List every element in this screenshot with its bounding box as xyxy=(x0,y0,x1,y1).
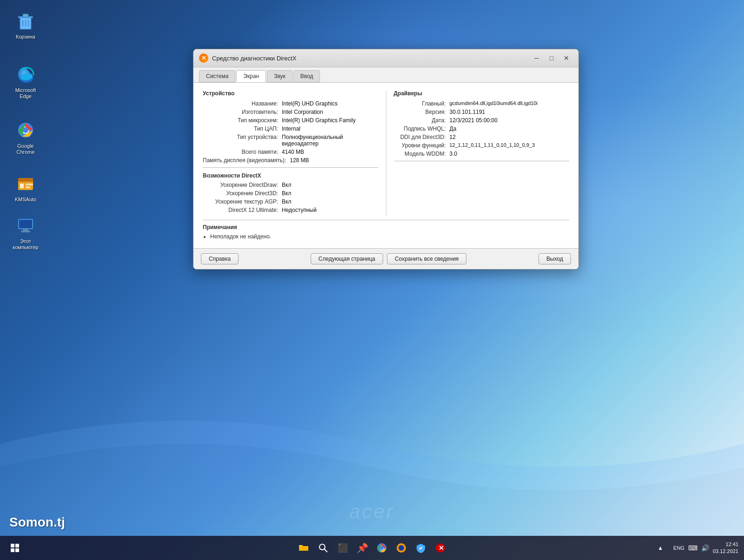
tab-input[interactable]: Ввод xyxy=(293,70,320,82)
cap-value-direct3d: Вкл xyxy=(282,190,379,197)
dialog-icon: ✕ xyxy=(199,53,208,63)
driver-field-ddi: DDI для Direct3D: 12 xyxy=(394,134,570,140)
start-button[interactable] xyxy=(6,539,24,557)
device-field-name: Название: Intel(R) UHD Graphics xyxy=(203,100,379,107)
tab-sound[interactable]: Звук xyxy=(267,70,292,82)
notes-header: Примечания xyxy=(203,224,569,231)
desktop-icon-edge[interactable]: Microsoft Edge xyxy=(7,60,44,102)
driver-label-wddm: Модель WDDM: xyxy=(394,151,450,157)
desktop-icon-recyclebin[interactable]: Корзина xyxy=(7,7,44,43)
cap-label-dx12ult: DirectX 12 Ultimate: xyxy=(203,207,282,213)
svg-point-8 xyxy=(23,127,28,133)
svg-rect-15 xyxy=(19,220,32,228)
cap-label-directdraw: Ускорение DirectDraw: xyxy=(203,182,282,188)
taskbar: ⬛ 📌 xyxy=(0,536,744,560)
taskbar-search-icon[interactable] xyxy=(315,540,332,556)
recyclebin-icon xyxy=(14,10,37,32)
taskbar-pin1[interactable]: 📌 xyxy=(354,540,371,556)
device-label-chip: Тип микросхем: xyxy=(203,117,282,124)
device-section-header: Устройство xyxy=(203,90,379,97)
svg-rect-21 xyxy=(15,548,19,552)
driver-value-date: 12/3/2021 05:00:00 xyxy=(450,117,570,124)
device-label-totalmem: Всего памяти: xyxy=(203,149,282,155)
taskbar-x-app[interactable]: ✕ xyxy=(432,540,449,556)
taskbar-right: ▲ ENG ⌨ 🔊 12:41 03.12.2021 xyxy=(651,539,738,557)
help-button[interactable]: Справка xyxy=(201,253,239,264)
driver-label-levels: Уровни функций: xyxy=(394,142,450,149)
driver-field-version: Версия: 30.0.101.1191 xyxy=(394,109,570,115)
device-label-type: Тип устройства: xyxy=(203,134,282,147)
driver-label-version: Версия: xyxy=(394,109,450,115)
cap-value-dx12ult: Недоступный xyxy=(282,207,379,213)
chrome-label: Google Chrome xyxy=(10,143,41,155)
save-button[interactable]: Сохранить все сведения xyxy=(387,253,466,264)
dialog-content: Устройство Название: Intel(R) UHD Graphi… xyxy=(193,82,578,248)
volume-icon[interactable]: 🔊 xyxy=(701,544,709,552)
cap-value-agp: Вкл xyxy=(282,198,379,205)
taskbar-fox[interactable] xyxy=(393,540,410,556)
device-label-dac: Тип ЦАП: xyxy=(203,125,282,132)
driver-field-date: Дата: 12/3/2021 05:00:00 xyxy=(394,117,570,124)
taskbar-task-view[interactable]: ⬛ xyxy=(334,540,351,556)
dialog-footer: Справка Следующая страница Сохранить все… xyxy=(193,248,578,269)
taskbar-browser[interactable] xyxy=(373,540,390,556)
taskbar-file-explorer[interactable] xyxy=(295,540,312,556)
cap-label-agp: Ускорение текстур AGP: xyxy=(203,198,282,205)
svg-rect-18 xyxy=(11,544,14,547)
notes-list: Неполадок не найдено. xyxy=(203,233,569,240)
acer-logo: acer xyxy=(349,501,395,523)
driver-field-whql: Подпись WHQL: Да xyxy=(394,125,570,132)
svg-rect-19 xyxy=(15,544,19,547)
directx-dialog: ✕ Средство диагностики DirectX ─ □ ✕ Сис… xyxy=(193,49,579,270)
watermark: Somon.tj xyxy=(9,515,65,530)
exit-button[interactable]: Выход xyxy=(538,253,571,264)
device-value-videomem: 128 MB xyxy=(290,157,378,164)
dialog-title: Средство диагностики DirectX xyxy=(212,55,296,62)
desktop-icon-kmsauto[interactable]: KMSAuto xyxy=(7,170,44,205)
drivers-column: Драйверы Главный: gcdumdim64.dll,igd10iu… xyxy=(386,90,570,215)
drivers-section-header: Драйверы xyxy=(394,90,570,97)
svg-rect-11 xyxy=(20,184,24,188)
cap-directdraw: Ускорение DirectDraw: Вкл xyxy=(203,182,379,188)
close-button[interactable]: ✕ xyxy=(560,53,573,63)
device-field-totalmem: Всего памяти: 4140 MB xyxy=(203,149,379,155)
driver-field-levels: Уровни функций: 12_1,12_0,11_1,11_0,10_1… xyxy=(394,142,570,149)
driver-label-date: Дата: xyxy=(394,117,450,124)
window-controls: ─ □ ✕ xyxy=(530,53,573,63)
device-value-name: Intel(R) UHD Graphics xyxy=(282,100,379,107)
device-value-chip: Intel(R) UHD Graphics Family xyxy=(282,117,379,124)
cap-label-direct3d: Ускорение Direct3D: xyxy=(203,190,282,197)
notes-section: Примечания Неполадок не найдено. xyxy=(203,220,569,240)
edge-label: Microsoft Edge xyxy=(10,87,41,99)
svg-point-26 xyxy=(380,546,384,550)
device-field-dac: Тип ЦАП: Internal xyxy=(203,125,379,132)
tab-screen[interactable]: Экран xyxy=(236,70,266,82)
svg-rect-20 xyxy=(11,548,14,552)
device-field-type: Тип устройства: Полнофункциональный виде… xyxy=(203,134,379,147)
driver-label-whql: Подпись WHQL: xyxy=(394,125,450,132)
cap-value-directdraw: Вкл xyxy=(282,182,379,188)
tab-system[interactable]: Система xyxy=(199,70,235,82)
cap-direct3d: Ускорение Direct3D: Вкл xyxy=(203,190,379,197)
svg-rect-13 xyxy=(26,186,30,188)
notifications-chevron[interactable]: ▲ xyxy=(651,539,670,557)
maximize-button[interactable]: □ xyxy=(545,53,558,63)
taskbar-shield[interactable] xyxy=(412,540,429,556)
driver-field-wddm: Модель WDDM: 3.0 xyxy=(394,151,570,157)
kmsauto-icon xyxy=(14,172,37,195)
clock-date: 03.12.2021 xyxy=(713,548,738,555)
device-value-type: Полнофункциональный видеоадаптер xyxy=(282,134,379,147)
svg-rect-10 xyxy=(18,178,33,182)
kmsauto-label: KMSAuto xyxy=(15,197,36,203)
driver-value-levels: 12_1,12_0,11_1,11_0,10_1,10_0,9_3 xyxy=(450,142,570,149)
device-column: Устройство Название: Intel(R) UHD Graphi… xyxy=(203,90,386,215)
device-label-maker: Изготовитель: xyxy=(203,109,282,115)
desktop-icon-chrome[interactable]: Google Chrome xyxy=(7,116,44,158)
next-page-button[interactable]: Следующая страница xyxy=(311,253,383,264)
time-display: 12:41 03.12.2021 xyxy=(713,541,738,555)
minimize-button[interactable]: ─ xyxy=(530,53,543,63)
cap-dx12ult: DirectX 12 Ultimate: Недоступный xyxy=(203,207,379,213)
tab-bar: Система Экран Звук Ввод xyxy=(193,67,578,82)
svg-rect-17 xyxy=(21,231,30,232)
desktop-icon-computer[interactable]: Этот компьютер xyxy=(7,211,44,253)
